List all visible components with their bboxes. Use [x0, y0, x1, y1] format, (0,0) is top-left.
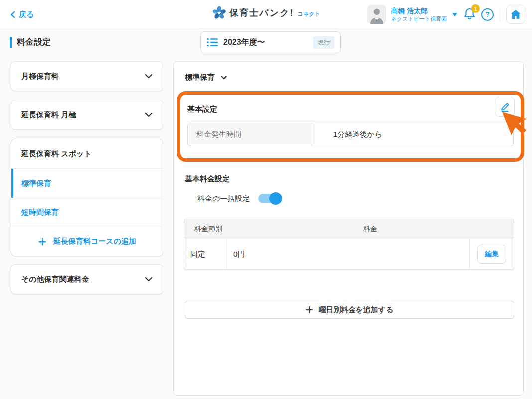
- chevron-down-icon: [220, 75, 227, 80]
- edit-fee-button[interactable]: 編集: [477, 245, 506, 264]
- basic-settings-table: 料金発生時間 1分経過後から: [187, 123, 514, 146]
- sidebar-item-label: 短時間保育: [21, 208, 59, 217]
- chevron-down-icon: [145, 112, 153, 117]
- sidebar-group-extended-spot: 延長保育料 スポット 標準保育 短時間保育 延長保育料コースの追加: [11, 139, 163, 256]
- sakura-logo-icon: [212, 6, 226, 20]
- sidebar-item-short-care[interactable]: 短時間保育: [11, 198, 163, 227]
- section-header-standard-care[interactable]: 標準保育: [185, 73, 227, 82]
- fee-table-row: 固定 0円 編集: [184, 239, 514, 269]
- basic-fee-title: 基本料金設定: [185, 174, 230, 184]
- fee-cell: 0円: [227, 239, 470, 269]
- sidebar-item-extended-spot[interactable]: 延長保育料 スポット: [11, 139, 163, 168]
- bulk-toggle-label: 料金の一括設定: [197, 194, 250, 203]
- add-weekday-fee-button[interactable]: 曜日別料金を追加する: [185, 301, 514, 319]
- fiscal-year-label: 2023年度〜: [223, 37, 265, 48]
- sidebar-item-monthly-fee[interactable]: 月極保育料: [11, 61, 163, 91]
- chevron-down-icon: [145, 74, 153, 79]
- fee-start-time-value: 1分経過後から: [312, 123, 513, 146]
- bulk-fee-row: 料金の一括設定: [197, 194, 281, 203]
- sidebar-item-other-fees[interactable]: その他保育関連料金: [11, 264, 163, 294]
- user-area: 高橋 浩太郎 ネクストビート保育園 1 ?: [367, 4, 525, 24]
- home-icon: [510, 9, 521, 19]
- header-divider: [500, 7, 500, 21]
- person-icon: [367, 5, 386, 24]
- fee-table: 料金種別 料金 固定 0円 編集: [184, 219, 514, 270]
- back-button[interactable]: 戻る: [10, 10, 34, 19]
- add-weekday-fee-label: 曜日別料金を追加する: [318, 305, 393, 315]
- current-badge: 現行: [313, 36, 334, 49]
- user-name: 高橋 浩太郎: [391, 6, 447, 15]
- fee-header: 料金: [227, 225, 514, 234]
- sidebar-item-label: 延長保育料 スポット: [21, 149, 92, 159]
- fee-type-header: 料金種別: [184, 225, 227, 234]
- section-title: 標準保育: [185, 73, 215, 82]
- back-label: 戻る: [19, 10, 34, 19]
- sidebar-item-label: 標準保育: [21, 179, 51, 188]
- fee-type-cell: 固定: [184, 239, 227, 269]
- help-icon: ?: [485, 10, 490, 18]
- basic-settings-title: 基本設定: [187, 105, 217, 114]
- caret-down-icon[interactable]: [452, 13, 457, 16]
- home-button[interactable]: [506, 5, 525, 24]
- page-title-text: 料金設定: [17, 36, 51, 48]
- logo-subtitle: コネクト: [298, 10, 320, 18]
- user-menu[interactable]: 高橋 浩太郎 ネクストビート保育園: [391, 6, 447, 22]
- list-icon: [207, 37, 218, 47]
- logo-title: 保育士バンク!: [229, 7, 294, 19]
- user-org: ネクストビート保育園: [391, 15, 447, 22]
- sidebar-item-standard-care[interactable]: 標準保育: [11, 168, 163, 198]
- chevron-left-icon: [10, 11, 16, 18]
- plus-icon: [38, 237, 47, 246]
- sidebar-item-extended-monthly[interactable]: 延長保育料 月極: [11, 100, 163, 130]
- title-accent-bar: [10, 37, 12, 48]
- toggle-knob: [269, 192, 282, 205]
- app-logo: 保育士バンク! コネクト: [212, 6, 320, 20]
- plus-icon: [305, 306, 313, 314]
- pencil-icon: [500, 101, 510, 112]
- notifications-button[interactable]: 1: [463, 7, 477, 22]
- page-title: 料金設定: [10, 36, 51, 48]
- chevron-down-icon: [145, 277, 153, 282]
- sidebar-item-label: 月極保育料: [21, 72, 59, 81]
- add-extended-care-course-button[interactable]: 延長保育料コースの追加: [11, 227, 163, 256]
- app-root: 戻る 保育士バンク! コネクト: [0, 0, 532, 399]
- edit-basic-settings-button[interactable]: [495, 97, 515, 117]
- sidebar-item-label: その他保育関連料金: [21, 275, 89, 284]
- fee-start-time-label: 料金発生時間: [188, 123, 312, 146]
- avatar[interactable]: [367, 5, 386, 24]
- app-header: 戻る 保育士バンク! コネクト: [0, 0, 532, 28]
- basic-settings-highlight: 基本設定 料金発生時間 1分経過後から: [177, 91, 524, 162]
- add-course-label: 延長保育料コースの追加: [53, 237, 136, 246]
- bulk-fee-toggle[interactable]: [258, 194, 281, 203]
- fiscal-year-selector[interactable]: 2023年度〜 現行: [200, 31, 341, 53]
- fee-table-header: 料金種別 料金: [184, 219, 514, 239]
- help-button[interactable]: ?: [481, 8, 494, 21]
- notification-badge: 1: [471, 4, 480, 13]
- sidebar-item-label: 延長保育料 月極: [21, 110, 76, 120]
- main-panel: 標準保育 基本設定 料金発生時間 1分経過後から 基本料金設定: [173, 61, 524, 396]
